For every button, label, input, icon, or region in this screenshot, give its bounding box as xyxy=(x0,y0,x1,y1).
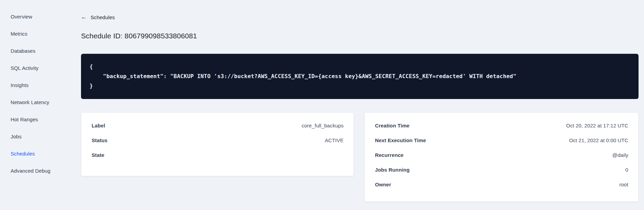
row-value: root xyxy=(619,181,628,188)
row-label: Recurrence xyxy=(375,152,404,159)
summary-row-label: Label core_full_backups xyxy=(92,122,344,129)
row-label: Status xyxy=(92,137,107,144)
row-value: Oct 21, 2022 at 0:00 UTC xyxy=(569,137,628,144)
row-label: Label xyxy=(92,122,105,129)
row-label: State xyxy=(92,152,104,159)
sidebar-item-sql-activity[interactable]: SQL Activity xyxy=(0,59,81,76)
schedule-definition-code-block: { "backup_statement": "BACKUP INTO 's3:/… xyxy=(81,54,639,99)
summary-row-creation-time: Creation Time Oct 20, 2022 at 17:12 UTC xyxy=(375,122,628,129)
summary-cards: Label core_full_backups Status ACTIVE St… xyxy=(81,112,639,202)
summary-row-next-execution-time: Next Execution Time Oct 21, 2022 at 0:00… xyxy=(375,137,628,144)
row-label: Jobs Running xyxy=(375,166,410,173)
row-value: Oct 20, 2022 at 17:12 UTC xyxy=(566,122,628,129)
code-line: { xyxy=(90,62,630,72)
row-label: Creation Time xyxy=(375,122,410,129)
summary-row-jobs-running: Jobs Running 0 xyxy=(375,166,628,173)
sidebar-item-network-latency[interactable]: Network Latency xyxy=(0,94,81,111)
execution-summary-card: Creation Time Oct 20, 2022 at 17:12 UTC … xyxy=(364,112,639,202)
sidebar-item-schedules[interactable]: Schedules xyxy=(0,145,81,162)
sidebar-item-metrics[interactable]: Metrics xyxy=(0,25,81,42)
summary-row-owner: Owner root xyxy=(375,181,628,188)
sidebar-item-overview[interactable]: Overview xyxy=(0,8,81,25)
page-title: Schedule ID: 806799098533806081 xyxy=(81,32,639,40)
arrow-left-icon: ← xyxy=(81,14,87,21)
sidebar-item-insights[interactable]: Insights xyxy=(0,76,81,94)
sidebar-item-databases[interactable]: Databases xyxy=(0,42,81,59)
row-value: @daily xyxy=(612,152,628,159)
schedule-summary-card: Label core_full_backups Status ACTIVE St… xyxy=(81,112,354,176)
sidebar-item-jobs[interactable]: Jobs xyxy=(0,128,81,145)
row-value: ACTIVE xyxy=(325,137,344,144)
code-line: } xyxy=(90,81,630,91)
code-line: "backup_statement": "BACKUP INTO 's3://b… xyxy=(90,72,630,81)
schedule-details-page: Overview Metrics Databases SQL Activity … xyxy=(0,0,644,210)
back-to-schedules-button[interactable]: ← Schedules xyxy=(81,14,115,21)
summary-row-state: State xyxy=(92,152,344,159)
sidebar-item-advanced-debug[interactable]: Advanced Debug xyxy=(0,162,81,179)
row-value: core_full_backups xyxy=(301,122,344,129)
back-link-label: Schedules xyxy=(91,14,115,20)
summary-row-recurrence: Recurrence @daily xyxy=(375,152,628,159)
row-value: 0 xyxy=(626,166,628,173)
row-label: Owner xyxy=(375,181,391,188)
summary-row-status: Status ACTIVE xyxy=(92,137,344,144)
row-label: Next Execution Time xyxy=(375,137,426,144)
main-content: ← Schedules Schedule ID: 806799098533806… xyxy=(81,0,644,210)
sidebar-item-hot-ranges[interactable]: Hot Ranges xyxy=(0,111,81,128)
sidebar-nav: Overview Metrics Databases SQL Activity … xyxy=(0,0,81,210)
